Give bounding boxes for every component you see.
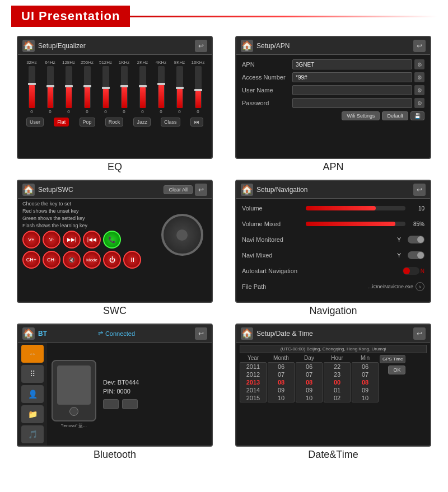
eq-slider-64hz[interactable] — [47, 66, 54, 108]
eq-slider-256hz[interactable] — [84, 66, 91, 108]
eq-back-btn[interactable]: ↩ — [195, 40, 207, 52]
dt-values-hour[interactable]: 22 23 00 01 02 — [324, 362, 351, 402]
bt-sidebar-btn-5[interactable]: 🎵 — [21, 425, 44, 443]
bt-sidebar-btn-1[interactable]: ↔ — [21, 345, 44, 363]
swc-home-icon[interactable]: 🏠 — [22, 184, 35, 196]
bt-sidebar-btn-3[interactable]: 👤 — [21, 385, 44, 403]
bt-phone-label: "lenovo" 蓝... — [52, 423, 96, 429]
eq-preset-flat[interactable]: Flat — [54, 118, 69, 126]
eq-slider-4khz[interactable] — [158, 66, 165, 108]
apn-default-btn[interactable]: Default — [382, 111, 408, 120]
eq-screen: 🏠 Setup/Equalizer ↩ 32Hz 0 — [17, 36, 213, 159]
dt-home-icon[interactable]: 🏠 — [241, 327, 253, 340]
eq-slider-2khz[interactable] — [139, 66, 146, 108]
bt-label: Bluetooth — [94, 449, 136, 461]
swc-btn-next[interactable]: ▶▶| — [63, 231, 81, 249]
nav-row-vol-mixed: Volume Mixed 85% — [242, 218, 424, 230]
apn-home-icon[interactable]: 🏠 — [241, 40, 253, 52]
apn-screen: 🏠 Setup/APN ↩ APN 3GNET ⚙ Access Number … — [235, 36, 431, 159]
swc-btn-chdown[interactable]: CH- — [43, 251, 60, 269]
eq-content: 32Hz 0 64Hz 0 — [18, 55, 212, 130]
eq-slider-1khz[interactable] — [121, 66, 128, 108]
swc-btn-volup[interactable]: V+ — [22, 231, 40, 249]
apn-wifi-settings-btn[interactable]: Wifi Settings — [342, 111, 380, 120]
dt-values-month[interactable]: 06 07 08 09 10 — [268, 362, 295, 402]
eq-home-icon[interactable]: 🏠 — [22, 40, 35, 52]
eq-band-64hz: 64Hz 0 — [43, 60, 58, 114]
bt-back-btn[interactable]: ↩ — [195, 327, 207, 340]
bt-content: ↔ ⠿ 👤 📁 🎵 "lenovo" 蓝... — [18, 343, 212, 446]
eq-slider-32hz[interactable] — [29, 66, 35, 108]
swc-btn-voldown[interactable]: V- — [43, 231, 60, 249]
apn-gear-apn[interactable]: ⚙ — [414, 59, 424, 69]
swc-btn-call[interactable]: 📞 — [103, 231, 121, 249]
bt-ctrl-btn-2[interactable] — [122, 399, 138, 409]
dt-values-min[interactable]: 06 07 08 09 10 — [352, 362, 379, 402]
eq-slider-512hz[interactable] — [102, 66, 109, 108]
swc-instruction-3: Green shows the setted key — [22, 215, 157, 221]
eq-preset-user[interactable]: User — [26, 118, 44, 126]
eq-preset-jazz[interactable]: Jazz — [133, 118, 151, 126]
bt-sidebar-btn-4[interactable]: 📁 — [21, 405, 44, 423]
bt-sidebar: ↔ ⠿ 👤 📁 🎵 — [18, 343, 47, 446]
bt-phone-home-btn — [69, 407, 78, 416]
dt-main-area: Year 2011 2012 2013 2014 2015 Month — [240, 355, 427, 402]
nav-toggle-monitored[interactable] — [408, 236, 424, 243]
bt-device-info: Dev: BT0444 PIN: 0000 — [96, 379, 207, 409]
nav-slider-vol-mixed[interactable] — [306, 222, 405, 226]
nav-screen-header: 🏠 Setup/Navigation ↩ — [236, 181, 430, 199]
nav-filepath-arrow[interactable]: › — [416, 282, 424, 291]
apn-input-username[interactable] — [292, 85, 412, 95]
apn-save-btn[interactable]: 💾 — [410, 111, 424, 120]
bt-phone-icon — [52, 360, 96, 421]
eq-preset-class[interactable]: Class — [161, 118, 180, 126]
swc-btn-power[interactable]: ⏻ — [103, 251, 121, 269]
apn-input-access[interactable]: *99# — [292, 72, 412, 82]
swc-btn-pause[interactable]: ⏸ — [123, 251, 141, 269]
nav-row-autostart: Autostart Navigation N — [242, 265, 424, 277]
nav-back-btn[interactable]: ↩ — [413, 184, 426, 196]
apn-input-password[interactable] — [292, 98, 412, 108]
apn-gear-password[interactable]: ⚙ — [414, 98, 424, 108]
eq-slider-8khz[interactable] — [176, 66, 183, 108]
nav-toggle-autostart[interactable] — [403, 267, 419, 275]
swc-btn-mute[interactable]: 🔇 — [63, 251, 81, 269]
apn-back-btn[interactable]: ↩ — [413, 40, 426, 52]
eq-slider-128hz[interactable] — [66, 66, 72, 108]
swc-btn-chup[interactable]: CH+ — [22, 251, 40, 269]
eq-next-btn[interactable]: ⏭ — [190, 118, 203, 126]
eq-slider-16khz[interactable] — [195, 66, 202, 108]
apn-row-password: Password ⚙ — [242, 98, 424, 108]
swc-back-btn[interactable]: ↩ — [195, 184, 207, 196]
dt-values-day[interactable]: 06 07 08 09 10 — [296, 362, 323, 402]
bt-home-icon[interactable]: 🏠 — [22, 327, 35, 340]
bt-phone-screen — [57, 366, 91, 405]
dt-ok-btn[interactable]: OK — [388, 366, 405, 374]
apn-gear-access[interactable]: ⚙ — [414, 72, 424, 82]
dt-cell: 🏠 Setup/Date & Time ↩ (UTC-08:00) Beijin… — [224, 319, 442, 463]
bt-screen: 🏠 BT ⇌ Connected ↩ ↔ ⠿ 👤 📁 🎵 — [17, 324, 213, 447]
bt-phone-container: "lenovo" 蓝... — [52, 360, 96, 429]
nav-toggle-mixed[interactable] — [408, 251, 424, 259]
header-title: UI Presentation — [21, 9, 120, 24]
apn-input-apn[interactable]: 3GNET — [292, 59, 412, 69]
apn-gear-username[interactable]: ⚙ — [414, 85, 424, 95]
page-header: UI Presentation — [0, 0, 448, 31]
dt-col-day: Day 06 07 08 09 10 — [296, 355, 323, 402]
bt-ctrl-btn-1[interactable] — [103, 399, 119, 409]
swc-instruction-1: Choose the key to set — [22, 201, 157, 207]
nav-home-icon[interactable]: 🏠 — [241, 184, 253, 196]
nav-slider-volume[interactable] — [306, 206, 405, 210]
eq-preset-rock[interactable]: Rock — [105, 118, 124, 126]
swc-btn-mode[interactable]: Mode — [83, 251, 101, 269]
swc-btn-prev[interactable]: |◀◀ — [83, 231, 101, 249]
dt-back-btn[interactable]: ↩ — [413, 327, 426, 340]
dt-gps-btn[interactable]: GPS Time — [380, 355, 405, 363]
bt-sidebar-btn-2[interactable]: ⠿ — [21, 365, 44, 383]
eq-preset-pop[interactable]: Pop — [80, 118, 95, 126]
swc-clear-all-btn[interactable]: Clear All — [164, 185, 193, 194]
steering-center — [176, 229, 188, 241]
nav-label: Navigation — [309, 305, 357, 317]
dt-screen: 🏠 Setup/Date & Time ↩ (UTC-08:00) Beijin… — [235, 324, 431, 447]
dt-values-year[interactable]: 2011 2012 2013 2014 2015 — [240, 362, 267, 402]
